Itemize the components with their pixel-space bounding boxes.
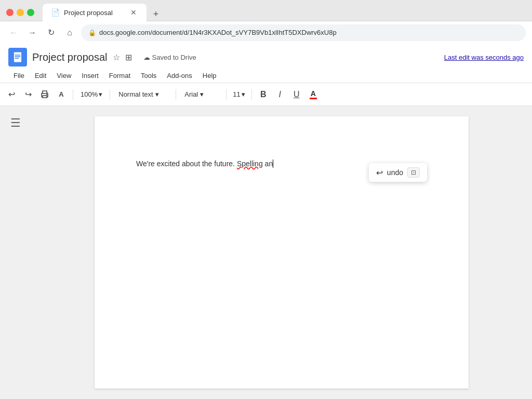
docs-header: Project proposal ☆ ⊞ ☁ Saved to Drive La… [0, 44, 532, 83]
star-icon[interactable]: ☆ [113, 52, 120, 62]
menu-view[interactable]: View [51, 70, 76, 82]
last-edit-link[interactable]: Last edit was seconds ago [444, 54, 524, 61]
lock-icon: 🔒 [88, 29, 96, 36]
docs-menu: File Edit View Insert Format Tools Add-o… [8, 69, 524, 83]
font-selector[interactable]: Arial ▾ [180, 89, 222, 99]
toolbar: ↩ ↪ A 100% ▾ Normal text ▾ Arial ▾ [0, 83, 532, 106]
zoom-arrow-icon: ▾ [99, 90, 102, 98]
menu-tools[interactable]: Tools [136, 70, 162, 82]
move-to-icon[interactable]: ⊞ [125, 52, 132, 62]
italic-button[interactable]: I [273, 87, 287, 102]
style-arrow-icon: ▾ [155, 90, 159, 98]
doc-text-before: We're excited about the future. [136, 159, 237, 168]
close-button[interactable] [6, 9, 14, 16]
doc-title[interactable]: Project proposal [32, 51, 108, 63]
doc-sidebar: ☰ [0, 106, 31, 399]
menu-edit[interactable]: Edit [30, 70, 51, 82]
toolbar-divider-5 [251, 89, 252, 100]
active-tab[interactable]: 📄 Project proposal ✕ [43, 4, 147, 21]
cloud-icon: ☁ [143, 54, 150, 61]
tab-close-button[interactable]: ✕ [129, 8, 138, 17]
menu-file[interactable]: File [8, 70, 30, 82]
doc-page[interactable]: ↩ undo ⊡ We're excited about the future.… [95, 116, 469, 389]
undo-popup-kbd: ⊡ [407, 167, 420, 178]
menu-help[interactable]: Help [197, 70, 222, 82]
doc-spelling-word: Spelling [237, 159, 263, 168]
text-cursor [273, 159, 273, 168]
bold-button[interactable]: B [256, 87, 271, 102]
font-size-selector[interactable]: 11 ▾ [231, 89, 247, 99]
undo-popup-icon: ↩ [376, 168, 383, 178]
back-button[interactable]: ← [6, 25, 21, 40]
home-button[interactable]: ⌂ [62, 25, 77, 40]
maximize-button[interactable] [27, 9, 34, 16]
undo-popup-label: undo [387, 168, 403, 177]
undo-button[interactable]: ↩ [4, 87, 19, 102]
docs-app: Project proposal ☆ ⊞ ☁ Saved to Drive La… [0, 44, 532, 399]
svg-point-8 [46, 94, 47, 95]
reload-button[interactable]: ↻ [44, 25, 58, 40]
menu-format[interactable]: Format [104, 70, 136, 82]
svg-rect-2 [15, 55, 21, 56]
print-button[interactable] [37, 87, 52, 102]
font-size-value: 11 [233, 90, 240, 98]
font-color-button[interactable]: A [306, 87, 321, 102]
toolbar-divider-3 [176, 89, 176, 100]
docs-title-icons: ☆ ⊞ [113, 52, 132, 62]
undo-popup[interactable]: ↩ undo ⊡ [369, 163, 427, 182]
browser-chrome: 📄 Project proposal ✕ + ← → ↻ ⌂ 🔒 docs.go… [0, 0, 532, 44]
url-text: docs.google.com/document/d/1N4r3KXADot_s… [99, 29, 518, 36]
font-color-bar [310, 98, 317, 99]
doc-area: ☰ ↩ undo ⊡ We're excited about the futur… [0, 106, 532, 399]
forward-button[interactable]: → [25, 25, 39, 40]
svg-rect-7 [43, 96, 47, 98]
tab-title: Project proposal [64, 9, 125, 17]
style-value: Normal text [118, 90, 153, 98]
docs-title-row: Project proposal ☆ ⊞ ☁ Saved to Drive La… [8, 48, 524, 66]
tab-docs-icon: 📄 [51, 8, 60, 17]
toolbar-divider-2 [110, 89, 110, 100]
print-icon [40, 90, 49, 99]
doc-page-area[interactable]: ↩ undo ⊡ We're excited about the future.… [31, 106, 532, 399]
font-color-letter: A [311, 90, 316, 97]
style-selector[interactable]: Normal text ▾ [114, 89, 171, 99]
title-bar: 📄 Project proposal ✕ + [0, 0, 532, 21]
font-size-arrow-icon: ▾ [242, 90, 245, 98]
toolbar-divider-4 [226, 89, 227, 100]
menu-addons[interactable]: Add-ons [162, 70, 197, 82]
docs-logo-svg [13, 51, 22, 63]
zoom-selector[interactable]: 100% ▾ [77, 89, 105, 99]
menu-insert[interactable]: Insert [76, 70, 104, 82]
docs-logo [8, 48, 27, 66]
zoom-value: 100% [81, 90, 98, 98]
minimize-button[interactable] [17, 9, 24, 16]
doc-text-after: an [263, 159, 273, 168]
font-value: Arial [184, 90, 198, 98]
toolbar-divider-1 [73, 89, 73, 100]
redo-button[interactable]: ↪ [21, 87, 35, 102]
paint-format-button[interactable]: A [54, 87, 69, 102]
font-arrow-icon: ▾ [200, 90, 204, 98]
saved-status: ☁ Saved to Drive [143, 54, 196, 61]
new-tab-button[interactable]: + [149, 7, 163, 21]
svg-rect-6 [43, 91, 47, 94]
saved-text-label: Saved to Drive [152, 54, 196, 61]
address-bar: ← → ↻ ⌂ 🔒 docs.google.com/document/d/1N4… [0, 21, 532, 44]
url-bar[interactable]: 🔒 docs.google.com/document/d/1N4r3KXADot… [81, 24, 526, 41]
outline-icon[interactable]: ☰ [10, 116, 21, 130]
tab-bar: 📄 Project proposal ✕ + [43, 4, 163, 21]
svg-rect-3 [15, 56, 21, 57]
underline-button[interactable]: U [289, 87, 304, 102]
traffic-lights [6, 9, 34, 16]
svg-rect-4 [15, 58, 19, 59]
